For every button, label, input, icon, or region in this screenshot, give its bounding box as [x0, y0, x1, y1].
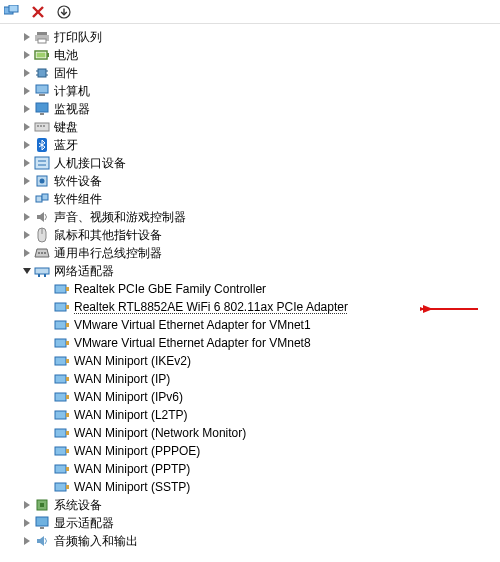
tree-item[interactable]: Realtek PCIe GbE Family Controller [0, 280, 500, 298]
tree-item[interactable]: 软件组件 [0, 190, 500, 208]
tree-item[interactable]: 固件 [0, 64, 500, 82]
tree-item[interactable]: 键盘 [0, 118, 500, 136]
hid-icon [34, 155, 50, 171]
svg-marker-33 [24, 159, 30, 167]
svg-rect-61 [66, 323, 69, 327]
nic-icon [54, 389, 70, 405]
tree-item[interactable]: WAN Miniport (L2TP) [0, 406, 500, 424]
tree-item[interactable]: 声音、视频和游戏控制器 [0, 208, 500, 226]
system-icon [34, 497, 50, 513]
expander-icon[interactable] [20, 177, 34, 185]
tree-item[interactable]: 音频输入和输出 [0, 532, 500, 550]
expander-icon[interactable] [20, 519, 34, 527]
tree-item-label: WAN Miniport (IPv6) [74, 390, 183, 404]
svg-rect-65 [66, 359, 69, 363]
svg-rect-42 [42, 194, 48, 200]
tree-item-label: WAN Miniport (Network Monitor) [74, 426, 246, 440]
svg-rect-15 [38, 69, 46, 77]
battery-icon [34, 47, 50, 63]
svg-rect-70 [55, 411, 66, 419]
expander-icon[interactable] [20, 123, 34, 131]
svg-rect-24 [36, 103, 48, 112]
tree-item[interactable]: 系统设备 [0, 496, 500, 514]
tree-item[interactable]: 电池 [0, 46, 500, 64]
svg-marker-87 [37, 536, 44, 546]
expander-icon[interactable] [20, 51, 34, 59]
tree-item[interactable]: WAN Miniport (IKEv2) [0, 352, 500, 370]
keyboard-icon [34, 119, 50, 135]
expander-icon[interactable] [20, 501, 34, 509]
svg-rect-69 [66, 395, 69, 399]
tree-item[interactable]: 蓝牙 [0, 136, 500, 154]
svg-rect-25 [40, 113, 44, 115]
tree-item-label: 电池 [54, 47, 78, 64]
svg-rect-71 [66, 413, 69, 417]
expander-icon[interactable] [20, 267, 34, 275]
svg-rect-54 [38, 274, 40, 277]
svg-rect-85 [40, 527, 44, 529]
tree-item-label: Realtek PCIe GbE Family Controller [74, 282, 266, 296]
tree-item[interactable]: 鼠标和其他指针设备 [0, 226, 500, 244]
svg-rect-29 [40, 125, 42, 127]
svg-rect-59 [66, 305, 69, 309]
tree-item[interactable]: WAN Miniport (IP) [0, 370, 500, 388]
svg-marker-31 [24, 141, 30, 149]
tree-item-label: 人机接口设备 [54, 155, 126, 172]
nic-icon [54, 461, 70, 477]
svg-rect-72 [55, 429, 66, 437]
expander-icon[interactable] [20, 69, 34, 77]
tree-item[interactable]: VMware Virtual Ethernet Adapter for VMne… [0, 334, 500, 352]
tree-item-label: WAN Miniport (PPPOE) [74, 444, 200, 458]
tree-item[interactable]: WAN Miniport (Network Monitor) [0, 424, 500, 442]
svg-marker-43 [24, 213, 30, 221]
tree-item[interactable]: 显示适配器 [0, 514, 500, 532]
mouse-icon [34, 227, 50, 243]
svg-marker-44 [37, 212, 44, 222]
tree-item[interactable]: 人机接口设备 [0, 154, 500, 172]
tree-item[interactable]: WAN Miniport (PPPOE) [0, 442, 500, 460]
expander-icon[interactable] [20, 141, 34, 149]
expander-icon[interactable] [20, 537, 34, 545]
tree-item[interactable]: 通用串行总线控制器 [0, 244, 500, 262]
monitors-icon[interactable] [4, 4, 20, 20]
svg-marker-26 [24, 123, 30, 131]
expander-icon[interactable] [20, 195, 34, 203]
expander-icon[interactable] [20, 33, 34, 41]
tree-item-label: 软件设备 [54, 173, 102, 190]
tree-item-label: 键盘 [54, 119, 78, 136]
expander-icon[interactable] [20, 249, 34, 257]
svg-marker-20 [24, 87, 30, 95]
tree-item[interactable]: WAN Miniport (IPv6) [0, 388, 500, 406]
svg-point-39 [40, 179, 45, 184]
svg-rect-82 [40, 503, 44, 507]
tree-item[interactable]: VMware Virtual Ethernet Adapter for VMne… [0, 316, 500, 334]
svg-rect-34 [35, 157, 49, 169]
tree-item[interactable]: 打印队列 [0, 28, 500, 46]
tree-item[interactable]: 软件设备 [0, 172, 500, 190]
expander-icon[interactable] [20, 231, 34, 239]
tree-item-label: 鼠标和其他指针设备 [54, 227, 162, 244]
svg-rect-28 [37, 125, 39, 127]
expander-icon[interactable] [20, 105, 34, 113]
svg-rect-66 [55, 375, 66, 383]
svg-rect-78 [55, 483, 66, 491]
tree-item-label: WAN Miniport (L2TP) [74, 408, 188, 422]
svg-marker-52 [23, 268, 31, 274]
svg-marker-14 [24, 69, 30, 77]
tree-item[interactable]: Realtek RTL8852AE WiFi 6 802.11ax PCIe A… [0, 298, 500, 316]
tree-item-label: 软件组件 [54, 191, 102, 208]
tree-item[interactable]: 监视器 [0, 100, 500, 118]
close-red-icon[interactable] [30, 4, 46, 20]
tree-item[interactable]: 网络适配器 [0, 262, 500, 280]
svg-rect-12 [47, 53, 49, 57]
svg-rect-60 [55, 321, 66, 329]
tree-item[interactable]: WAN Miniport (SSTP) [0, 478, 500, 496]
expander-icon[interactable] [20, 87, 34, 95]
expander-icon[interactable] [20, 213, 34, 221]
tree-item[interactable]: WAN Miniport (PPTP) [0, 460, 500, 478]
svg-rect-41 [36, 196, 42, 202]
expander-icon[interactable] [20, 159, 34, 167]
tree-item-label: 监视器 [54, 101, 90, 118]
arrow-down-icon[interactable] [56, 4, 72, 20]
tree-item[interactable]: 计算机 [0, 82, 500, 100]
